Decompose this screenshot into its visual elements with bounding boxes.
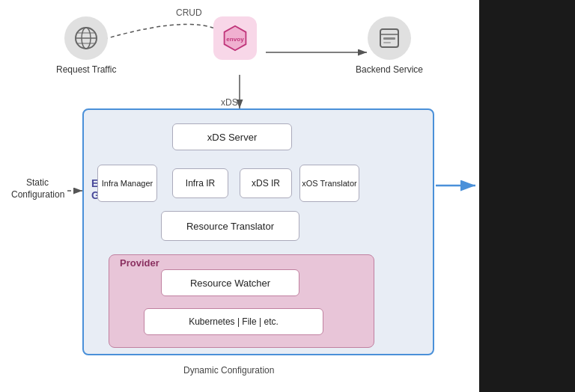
resource-watcher-box: Resource Watcher [161,269,299,296]
static-config-label: StaticConfiguration [11,177,64,200]
diagram-area: CRUD Request Traffic envoy [0,0,479,392]
request-traffic-node: Request Traffic [56,16,116,75]
kubernetes-box: Kubernetes | File | etc. [144,308,323,335]
envoy-icon: envoy [213,16,257,60]
dynamic-config-label: Dynamic Configuration [183,365,274,376]
xds-label: xDS [221,97,238,108]
xds-ir-box: xDS IR [240,168,292,198]
backend-service-node: Backend Service [356,16,423,75]
backend-service-icon [368,16,411,60]
svg-rect-29 [383,37,395,40]
black-panel [479,0,575,392]
request-traffic-icon [64,16,108,60]
provider-label: Provider [120,257,159,269]
infra-manager-box: Infra Manager [97,165,157,202]
infra-ir-box: Infra IR [172,168,228,198]
xos-translator-box: xOS Translator [299,165,359,202]
request-traffic-label: Request Traffic [56,64,116,75]
envoy-node: envoy [213,16,257,60]
crud-label: CRUD [176,7,202,18]
svg-text:envoy: envoy [226,36,244,43]
xds-server-box: xDS Server [172,123,292,150]
resource-translator-box: Resource Translator [161,211,299,241]
backend-service-label: Backend Service [356,64,423,75]
svg-rect-30 [383,42,391,43]
